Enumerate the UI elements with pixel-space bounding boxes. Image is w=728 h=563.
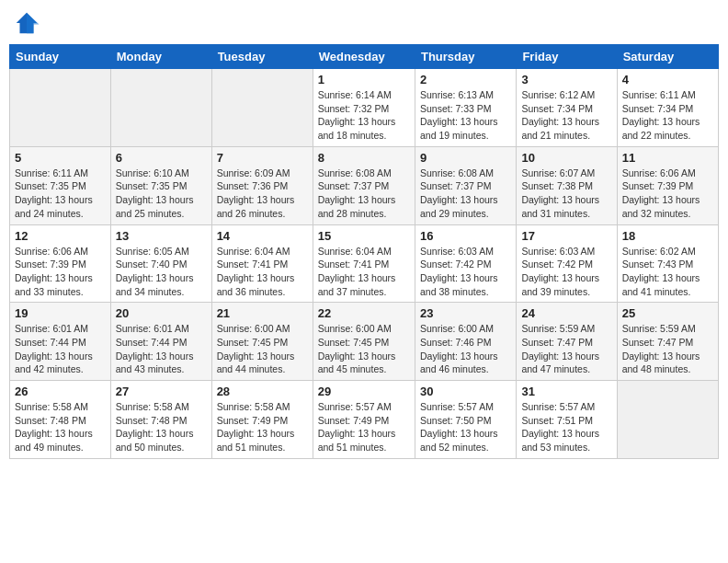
weekday-header: Tuesday (211, 45, 313, 69)
day-info: Sunrise: 5:59 AMSunset: 7:47 PMDaylight:… (622, 322, 713, 376)
calendar-cell: 30Sunrise: 5:57 AMSunset: 7:50 PMDayligh… (415, 381, 516, 459)
weekday-header: Sunday (10, 45, 111, 69)
day-info: Sunrise: 5:58 AMSunset: 7:48 PMDaylight:… (15, 400, 106, 454)
calendar-cell: 12Sunrise: 6:06 AMSunset: 7:39 PMDayligh… (10, 224, 111, 303)
day-info: Sunrise: 6:00 AMSunset: 7:46 PMDaylight:… (420, 322, 511, 376)
calendar-cell (617, 381, 718, 459)
day-number: 28 (217, 385, 308, 398)
day-number: 10 (521, 151, 611, 165)
day-number: 2 (420, 73, 511, 86)
weekday-header: Monday (110, 45, 211, 69)
day-number: 24 (521, 306, 611, 320)
day-number: 29 (318, 385, 410, 398)
day-info: Sunrise: 6:08 AMSunset: 7:37 PMDaylight:… (420, 167, 511, 221)
day-number: 17 (521, 229, 611, 243)
calendar-table: SundayMondayTuesdayWednesdayThursdayFrid… (9, 44, 719, 459)
calendar-cell: 11Sunrise: 6:06 AMSunset: 7:39 PMDayligh… (617, 146, 718, 224)
weekday-header: Friday (517, 45, 617, 69)
day-number: 19 (15, 306, 106, 320)
page-header (9, 9, 719, 37)
day-info: Sunrise: 6:06 AMSunset: 7:39 PMDaylight:… (622, 167, 713, 221)
day-info: Sunrise: 5:57 AMSunset: 7:51 PMDaylight:… (521, 400, 611, 454)
day-number: 11 (622, 151, 713, 165)
weekday-header: Saturday (617, 45, 718, 69)
day-info: Sunrise: 5:58 AMSunset: 7:48 PMDaylight:… (116, 400, 207, 454)
day-info: Sunrise: 6:02 AMSunset: 7:43 PMDaylight:… (622, 245, 713, 299)
day-number: 31 (521, 385, 611, 398)
calendar-cell: 4Sunrise: 6:11 AMSunset: 7:34 PMDaylight… (617, 69, 718, 147)
calendar-cell: 25Sunrise: 5:59 AMSunset: 7:47 PMDayligh… (617, 303, 718, 381)
day-number: 9 (420, 151, 511, 165)
logo-icon (13, 9, 40, 37)
day-info: Sunrise: 6:06 AMSunset: 7:39 PMDaylight:… (15, 245, 106, 299)
calendar-cell: 17Sunrise: 6:03 AMSunset: 7:42 PMDayligh… (517, 224, 617, 303)
day-number: 12 (15, 229, 106, 243)
day-number: 22 (318, 306, 410, 320)
day-number: 25 (622, 306, 713, 320)
svg-marker-1 (27, 13, 40, 34)
day-info: Sunrise: 6:13 AMSunset: 7:33 PMDaylight:… (420, 88, 511, 143)
calendar-cell: 21Sunrise: 6:00 AMSunset: 7:45 PMDayligh… (211, 303, 313, 381)
day-info: Sunrise: 6:01 AMSunset: 7:44 PMDaylight:… (116, 322, 207, 376)
logo (13, 9, 44, 37)
day-number: 8 (318, 151, 410, 165)
calendar-cell: 8Sunrise: 6:08 AMSunset: 7:37 PMDaylight… (313, 146, 415, 224)
day-number: 13 (116, 229, 207, 243)
calendar-cell: 26Sunrise: 5:58 AMSunset: 7:48 PMDayligh… (10, 381, 111, 459)
calendar-cell: 15Sunrise: 6:04 AMSunset: 7:41 PMDayligh… (313, 224, 415, 303)
calendar-cell: 3Sunrise: 6:12 AMSunset: 7:34 PMDaylight… (517, 69, 617, 147)
day-info: Sunrise: 6:14 AMSunset: 7:32 PMDaylight:… (318, 88, 410, 143)
day-number: 26 (15, 385, 106, 398)
weekday-header: Wednesday (313, 45, 415, 69)
day-info: Sunrise: 5:58 AMSunset: 7:49 PMDaylight:… (217, 400, 308, 454)
calendar-cell: 6Sunrise: 6:10 AMSunset: 7:35 PMDaylight… (110, 146, 211, 224)
calendar-cell: 1Sunrise: 6:14 AMSunset: 7:32 PMDaylight… (313, 69, 415, 147)
day-info: Sunrise: 6:04 AMSunset: 7:41 PMDaylight:… (318, 245, 410, 299)
day-info: Sunrise: 6:09 AMSunset: 7:36 PMDaylight:… (217, 167, 308, 221)
day-info: Sunrise: 6:10 AMSunset: 7:35 PMDaylight:… (116, 167, 207, 221)
calendar-cell: 18Sunrise: 6:02 AMSunset: 7:43 PMDayligh… (617, 224, 718, 303)
day-info: Sunrise: 6:04 AMSunset: 7:41 PMDaylight:… (217, 245, 308, 299)
day-number: 3 (521, 73, 611, 86)
calendar-week-row: 12Sunrise: 6:06 AMSunset: 7:39 PMDayligh… (10, 224, 719, 303)
weekday-header: Thursday (415, 45, 516, 69)
day-info: Sunrise: 5:57 AMSunset: 7:50 PMDaylight:… (420, 400, 511, 454)
calendar-cell: 9Sunrise: 6:08 AMSunset: 7:37 PMDaylight… (415, 146, 516, 224)
calendar-cell: 19Sunrise: 6:01 AMSunset: 7:44 PMDayligh… (10, 303, 111, 381)
day-number: 18 (622, 229, 713, 243)
calendar-week-row: 26Sunrise: 5:58 AMSunset: 7:48 PMDayligh… (10, 381, 719, 459)
day-number: 21 (217, 306, 308, 320)
day-info: Sunrise: 6:11 AMSunset: 7:35 PMDaylight:… (15, 167, 106, 221)
day-info: Sunrise: 6:01 AMSunset: 7:44 PMDaylight:… (15, 322, 106, 376)
calendar-cell: 23Sunrise: 6:00 AMSunset: 7:46 PMDayligh… (415, 303, 516, 381)
calendar-cell: 28Sunrise: 5:58 AMSunset: 7:49 PMDayligh… (211, 381, 313, 459)
calendar-week-row: 19Sunrise: 6:01 AMSunset: 7:44 PMDayligh… (10, 303, 719, 381)
calendar-cell: 7Sunrise: 6:09 AMSunset: 7:36 PMDaylight… (211, 146, 313, 224)
day-number: 23 (420, 306, 511, 320)
calendar-cell: 14Sunrise: 6:04 AMSunset: 7:41 PMDayligh… (211, 224, 313, 303)
calendar-cell: 29Sunrise: 5:57 AMSunset: 7:49 PMDayligh… (313, 381, 415, 459)
day-info: Sunrise: 5:57 AMSunset: 7:49 PMDaylight:… (318, 400, 410, 454)
day-number: 1 (318, 73, 410, 86)
day-number: 5 (15, 151, 106, 165)
calendar-cell: 10Sunrise: 6:07 AMSunset: 7:38 PMDayligh… (517, 146, 617, 224)
calendar-cell: 16Sunrise: 6:03 AMSunset: 7:42 PMDayligh… (415, 224, 516, 303)
calendar-cell: 20Sunrise: 6:01 AMSunset: 7:44 PMDayligh… (110, 303, 211, 381)
day-info: Sunrise: 6:08 AMSunset: 7:37 PMDaylight:… (318, 167, 410, 221)
day-number: 4 (622, 73, 713, 86)
day-number: 7 (217, 151, 308, 165)
calendar-week-row: 1Sunrise: 6:14 AMSunset: 7:32 PMDaylight… (10, 69, 719, 147)
day-info: Sunrise: 6:00 AMSunset: 7:45 PMDaylight:… (318, 322, 410, 376)
calendar-cell: 31Sunrise: 5:57 AMSunset: 7:51 PMDayligh… (517, 381, 617, 459)
day-info: Sunrise: 6:00 AMSunset: 7:45 PMDaylight:… (217, 322, 308, 376)
calendar-week-row: 5Sunrise: 6:11 AMSunset: 7:35 PMDaylight… (10, 146, 719, 224)
calendar-cell: 27Sunrise: 5:58 AMSunset: 7:48 PMDayligh… (110, 381, 211, 459)
calendar-cell: 24Sunrise: 5:59 AMSunset: 7:47 PMDayligh… (517, 303, 617, 381)
day-number: 27 (116, 385, 207, 398)
calendar-cell (10, 69, 111, 147)
day-info: Sunrise: 6:05 AMSunset: 7:40 PMDaylight:… (116, 245, 207, 299)
day-info: Sunrise: 6:07 AMSunset: 7:38 PMDaylight:… (521, 167, 611, 221)
day-info: Sunrise: 6:03 AMSunset: 7:42 PMDaylight:… (521, 245, 611, 299)
day-info: Sunrise: 6:11 AMSunset: 7:34 PMDaylight:… (622, 88, 713, 143)
day-number: 14 (217, 229, 308, 243)
